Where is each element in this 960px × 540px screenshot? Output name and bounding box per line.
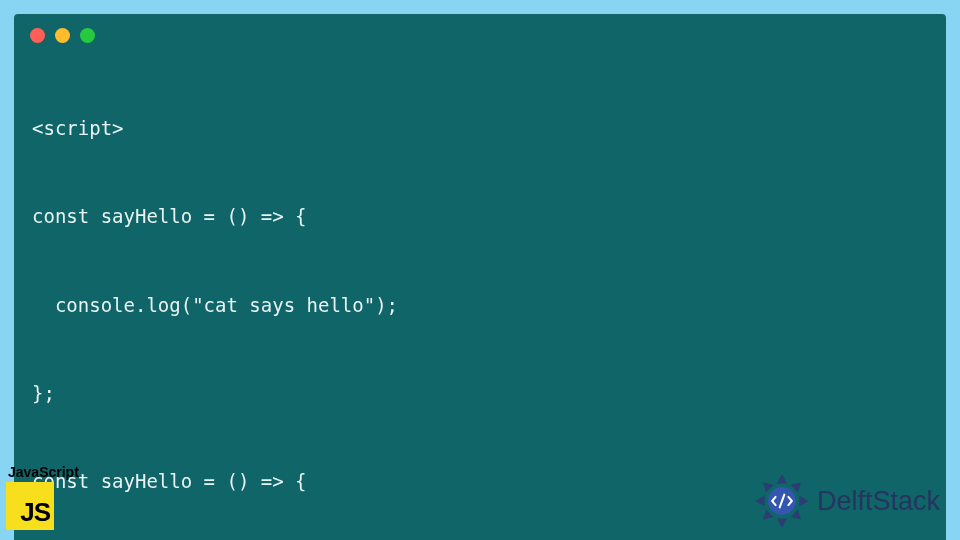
footer: JavaScript JS [0, 464, 960, 530]
javascript-label: JavaScript [8, 464, 79, 480]
svg-marker-4 [777, 518, 787, 527]
brand: DelftStack [753, 472, 940, 530]
brand-text: DelftStack [817, 486, 940, 517]
close-icon [30, 28, 45, 43]
minimize-icon [55, 28, 70, 43]
code-line: }; [32, 379, 928, 408]
window-titlebar [14, 14, 946, 53]
svg-marker-5 [759, 510, 773, 524]
javascript-badge: JavaScript JS [6, 464, 79, 530]
svg-marker-7 [759, 478, 773, 492]
code-window: <script> const sayHello = () => { consol… [14, 14, 946, 540]
svg-marker-2 [799, 496, 808, 506]
code-line: <script> [32, 114, 928, 143]
svg-marker-1 [791, 478, 805, 492]
svg-marker-0 [777, 474, 787, 483]
delftstack-logo-icon [753, 472, 811, 530]
maximize-icon [80, 28, 95, 43]
javascript-logo-text: JS [20, 497, 50, 528]
code-line: console.log("cat says hello"); [32, 291, 928, 320]
javascript-logo-icon: JS [6, 482, 54, 530]
code-line: const sayHello = () => { [32, 202, 928, 231]
svg-marker-6 [755, 496, 764, 506]
svg-marker-3 [791, 510, 805, 524]
